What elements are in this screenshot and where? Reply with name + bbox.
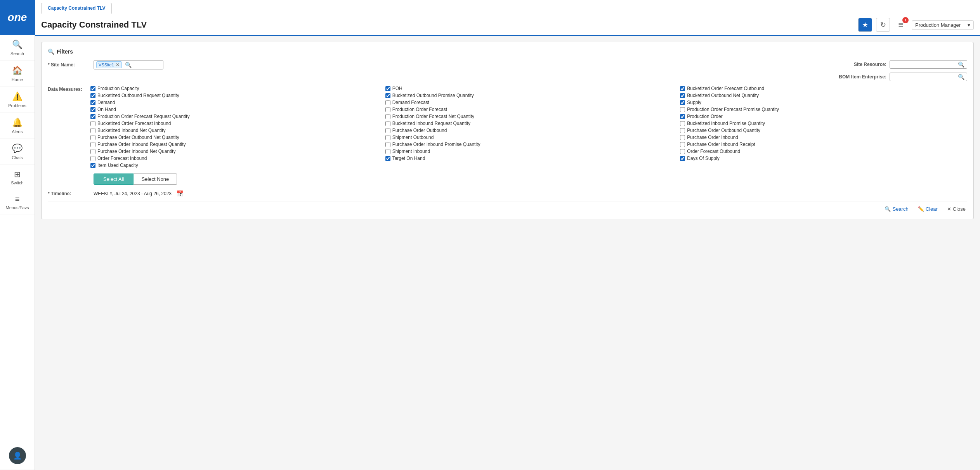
label-purchase_order_inbound_req_qty[interactable]: Purchase Order Inbound Request Quantity xyxy=(97,142,186,147)
checkbox-supply[interactable] xyxy=(680,100,685,105)
label-poh[interactable]: POH xyxy=(392,86,402,91)
bom-item-input[interactable]: 🔍 xyxy=(890,73,967,81)
search-button[interactable]: 🔍 Search xyxy=(883,205,910,213)
label-demand_forecast[interactable]: Demand Forecast xyxy=(392,100,429,105)
checkbox-poh[interactable] xyxy=(385,86,390,91)
checkbox-prod_order_forecast[interactable] xyxy=(385,107,390,112)
label-shipment_outbound[interactable]: Shipment Outbound xyxy=(392,135,434,140)
favorite-button[interactable]: ★ xyxy=(858,18,872,32)
label-item_used_capacity[interactable]: Item Used Capacity xyxy=(97,163,138,168)
label-buck_outbound_req_qty[interactable]: Bucketized Outbound Request Quantity xyxy=(97,93,179,98)
label-buck_outbound_promise_qty[interactable]: Bucketized Outbound Promise Quantity xyxy=(392,93,474,98)
checkbox-buck_inbound_promise_qty[interactable] xyxy=(680,121,685,126)
checkbox-purchase_order_inbound_receipt[interactable] xyxy=(680,142,685,147)
bom-search-icon[interactable]: 🔍 xyxy=(958,74,964,80)
calendar-icon[interactable]: 📅 xyxy=(176,190,184,197)
site-resource-search-icon[interactable]: 🔍 xyxy=(958,61,964,68)
app-logo[interactable]: one xyxy=(0,0,35,35)
close-button[interactable]: ✕ Close xyxy=(945,205,967,213)
select-all-button[interactable]: Select All xyxy=(94,173,134,185)
refresh-button[interactable]: ↻ xyxy=(876,18,890,32)
checkbox-buck_outbound_promise_qty[interactable] xyxy=(385,93,390,98)
label-shipment_inbound[interactable]: Shipment Inbound xyxy=(392,149,430,154)
checkbox-prod_capacity[interactable] xyxy=(90,86,95,91)
checkbox-purchase_order_outbound_qty[interactable] xyxy=(680,128,685,133)
measure-item: Target On Hand xyxy=(385,156,673,161)
label-purchase_order_inbound_net_qty[interactable]: Purchase Order Inbound Net Quantity xyxy=(97,149,175,154)
checkbox-purchase_order_outbound_net_qty[interactable] xyxy=(90,135,95,140)
active-tab[interactable]: Capacity Constrained TLV xyxy=(41,3,112,14)
label-prod_order_forecast_net_qty[interactable]: Production Order Forecast Net Quantity xyxy=(392,114,474,119)
checkbox-order_forecast_inbound[interactable] xyxy=(90,156,95,161)
site-search-icon[interactable]: 🔍 xyxy=(125,62,132,68)
label-buck_outbound_net_qty[interactable]: Bucketized Outbound Net Quantity xyxy=(687,93,759,98)
label-production_order[interactable]: Production Order xyxy=(687,114,722,119)
checkbox-prod_order_forecast_req_qty[interactable] xyxy=(90,114,95,119)
select-buttons-row: Select All Select None xyxy=(94,173,967,185)
user-dropdown[interactable]: Production Manager ▾ xyxy=(912,20,974,30)
sidebar-item-problems[interactable]: ⚠️ Problems xyxy=(0,87,35,113)
checkbox-item_used_capacity[interactable] xyxy=(90,163,95,168)
sidebar-item-chats[interactable]: 💬 Chats xyxy=(0,139,35,165)
site-tag-remove[interactable]: ✕ xyxy=(116,62,120,68)
label-purchase_order_outbound_qty[interactable]: Purchase Order Outbound Quantity xyxy=(687,128,760,133)
label-on_hand[interactable]: On Hand xyxy=(97,107,116,112)
label-buck_order_forecast_outbound[interactable]: Bucketized Order Forecast Outbound xyxy=(687,86,764,91)
checkbox-purchase_order_inbound_promise_qty[interactable] xyxy=(385,142,390,147)
checkbox-buck_outbound_req_qty[interactable] xyxy=(90,93,95,98)
checkbox-shipment_inbound[interactable] xyxy=(385,149,390,154)
checkbox-purchase_order_inbound_net_qty[interactable] xyxy=(90,149,95,154)
checkbox-order_forecast_outbound[interactable] xyxy=(680,149,685,154)
sidebar-item-switch[interactable]: ⊞ Switch xyxy=(0,165,35,190)
label-prod_capacity[interactable]: Production Capacity xyxy=(97,86,139,91)
checkbox-purchase_order_inbound[interactable] xyxy=(680,135,685,140)
checkbox-buck_inbound_req_qty[interactable] xyxy=(385,121,390,126)
label-order_forecast_inbound[interactable]: Order Forecast Inbound xyxy=(97,156,147,161)
label-demand[interactable]: Demand xyxy=(97,100,115,105)
label-purchase_order_outbound_net_qty[interactable]: Purchase Order Outbound Net Quantity xyxy=(97,135,179,140)
label-purchase_order_inbound_promise_qty[interactable]: Purchase Order Inbound Promise Quantity xyxy=(392,142,480,147)
label-prod_order_forecast_req_qty[interactable]: Production Order Forecast Request Quanti… xyxy=(97,114,189,119)
checkbox-target_on_hand[interactable] xyxy=(385,156,390,161)
site-name-input[interactable]: VSSite1 ✕ 🔍 xyxy=(94,60,163,69)
checkbox-purchase_order_inbound_req_qty[interactable] xyxy=(90,142,95,147)
site-resource-input[interactable]: 🔍 xyxy=(890,60,967,69)
label-days_of_supply[interactable]: Days Of Supply xyxy=(687,156,719,161)
label-purchase_order_inbound[interactable]: Purchase Order Inbound xyxy=(687,135,738,140)
checkbox-purchase_order_outbound[interactable] xyxy=(385,128,390,133)
clear-button[interactable]: ✏️ Clear xyxy=(916,205,939,213)
sidebar-item-alerts[interactable]: 🔔 Alerts xyxy=(0,113,35,139)
checkbox-prod_order_forecast_net_qty[interactable] xyxy=(385,114,390,119)
content-area: 🔍 Filters * Site Name: VSSite1 ✕ 🔍 xyxy=(35,36,980,470)
label-buck_inbound_req_qty[interactable]: Bucketized Inbound Request Quantity xyxy=(392,121,470,126)
sidebar-item-home[interactable]: 🏠 Home xyxy=(0,61,35,87)
select-none-button[interactable]: Select None xyxy=(134,173,177,185)
measure-item: Order Forecast Outbound xyxy=(680,149,967,154)
measure-item: Bucketized Outbound Request Quantity xyxy=(90,93,378,98)
label-prod_order_forecast_promise_qty[interactable]: Production Order Forecast Promise Quanti… xyxy=(687,107,779,112)
checkbox-production_order[interactable] xyxy=(680,114,685,119)
checkbox-on_hand[interactable] xyxy=(90,107,95,112)
checkbox-buck_inbound_net_qty[interactable] xyxy=(90,128,95,133)
sidebar-item-menus[interactable]: ≡ Menus/Favs xyxy=(0,190,35,215)
label-order_forecast_outbound[interactable]: Order Forecast Outbound xyxy=(687,149,740,154)
label-prod_order_forecast[interactable]: Production Order Forecast xyxy=(392,107,447,112)
label-purchase_order_outbound[interactable]: Purchase Order Outbound xyxy=(392,128,447,133)
notification-button[interactable]: ≡ 1 xyxy=(894,18,908,32)
label-buck_inbound_net_qty[interactable]: Bucketized Inbound Net Quantity xyxy=(97,128,165,133)
checkbox-demand[interactable] xyxy=(90,100,95,105)
sidebar-item-search[interactable]: 🔍 Search xyxy=(0,35,35,61)
checkbox-buck_order_forecast_outbound[interactable] xyxy=(680,86,685,91)
label-purchase_order_inbound_receipt[interactable]: Purchase Order Inbound Receipt xyxy=(687,142,755,147)
label-buck_inbound_promise_qty[interactable]: Bucketized Inbound Promise Quantity xyxy=(687,121,765,126)
label-target_on_hand[interactable]: Target On Hand xyxy=(392,156,425,161)
label-supply[interactable]: Supply xyxy=(687,100,701,105)
checkbox-shipment_outbound[interactable] xyxy=(385,135,390,140)
user-avatar[interactable]: 👤 xyxy=(0,442,35,470)
checkbox-demand_forecast[interactable] xyxy=(385,100,390,105)
checkbox-buck_outbound_net_qty[interactable] xyxy=(680,93,685,98)
checkbox-buck_order_forecast_inbound[interactable] xyxy=(90,121,95,126)
label-buck_order_forecast_inbound[interactable]: Bucketized Order Forecast Inbound xyxy=(97,121,171,126)
checkbox-prod_order_forecast_promise_qty[interactable] xyxy=(680,107,685,112)
checkbox-days_of_supply[interactable] xyxy=(680,156,685,161)
